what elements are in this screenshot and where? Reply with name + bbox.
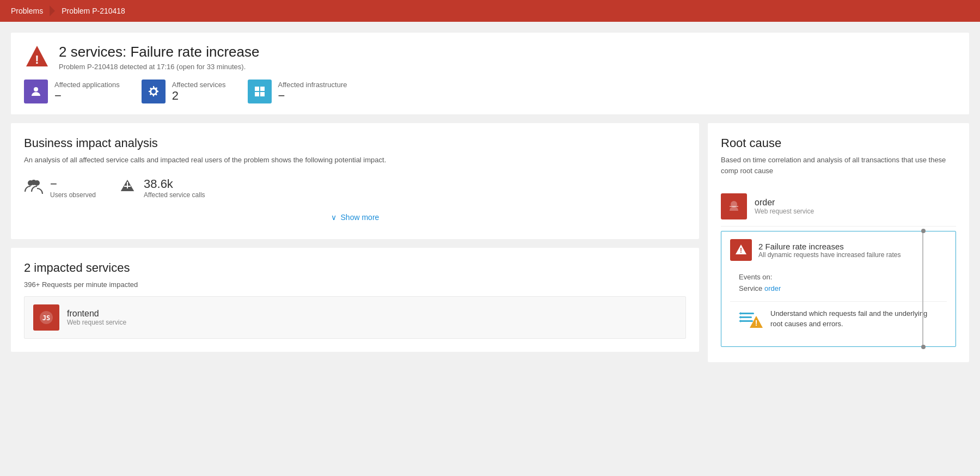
- svg-rect-5: [255, 92, 259, 96]
- order-icon-box: [721, 193, 747, 219]
- summary-subtitle: Problem P-210418 detected at 17:16 (open…: [59, 63, 259, 71]
- frontend-icon-box: JS: [33, 304, 59, 331]
- svg-marker-20: [739, 316, 741, 319]
- svg-rect-17: [740, 316, 752, 318]
- failure-rate-box: ! 2 Failure rate increases All dynamic r…: [721, 231, 956, 347]
- affected-services-value: 2: [172, 89, 226, 103]
- infrastructure-icon: [253, 85, 266, 98]
- svg-text:!: !: [755, 319, 758, 327]
- person-icon: [29, 85, 42, 98]
- service-order-link[interactable]: order: [764, 284, 781, 292]
- svg-point-2: [34, 87, 38, 91]
- summary-text: 2 services: Failure rate increase Proble…: [59, 44, 259, 71]
- failure-rate-header: ! 2 Failure rate increases All dynamic r…: [730, 239, 947, 261]
- svg-rect-6: [260, 92, 265, 96]
- understand-icon: !: [739, 308, 763, 332]
- business-impact-title: Business impact analysis: [24, 136, 686, 150]
- timeline-section: ! 2 Failure rate increases All dynamic r…: [721, 231, 956, 347]
- understand-section: ! Understand which requests fail and the…: [730, 301, 947, 339]
- root-cause-desc: Based on time correlation and analysis o…: [721, 155, 956, 176]
- affected-services-info: Affected services 2: [172, 81, 226, 103]
- frontend-service-info: frontend Web request service: [67, 309, 126, 326]
- business-impact-card: Business impact analysis An analysis of …: [11, 123, 699, 239]
- affected-infrastructure: Affected infrastructure −: [248, 80, 347, 103]
- affected-infra-label: Affected infrastructure: [278, 81, 347, 89]
- root-cause-card: Root cause Based on time correlation and…: [708, 123, 969, 362]
- users-observed-label: Users observed: [50, 191, 96, 199]
- chevron-down-icon: ∨: [331, 213, 336, 222]
- gear-icon: [147, 85, 160, 98]
- breadcrumb-separator: [50, 5, 55, 16]
- svg-text:!: !: [740, 247, 742, 254]
- svg-rect-3: [255, 87, 259, 91]
- order-service-info: order Web request service: [755, 198, 814, 215]
- timeline-line: [922, 231, 923, 347]
- affected-apps-value: −: [54, 89, 120, 103]
- users-icon: [24, 176, 44, 200]
- timeline-dot-bottom: [921, 345, 926, 349]
- impacted-services-title: 2 impacted services: [24, 261, 686, 275]
- breadcrumb-current: Problem P-210418: [62, 7, 125, 15]
- svg-text:JS: JS: [42, 314, 50, 322]
- affected-apps-icon-box: [24, 80, 48, 103]
- business-impact-desc: An analysis of all affected service call…: [24, 155, 686, 166]
- failure-rate-text: 2 Failure rate increases All dynamic req…: [758, 242, 901, 259]
- failure-rate-title: 2 Failure rate increases: [758, 242, 901, 251]
- two-col-layout: Business impact analysis An analysis of …: [11, 123, 969, 362]
- breadcrumb: Problems Problem P-210418: [0, 0, 980, 22]
- order-service-name: order: [755, 198, 814, 208]
- breadcrumb-parent[interactable]: Problems: [11, 7, 43, 15]
- events-section: Events on: Service order: [730, 265, 947, 301]
- affected-row: Affected applications − Affected service…: [24, 80, 956, 103]
- root-cause-column: Root cause Based on time correlation and…: [708, 123, 969, 362]
- failure-warning-icon: !: [734, 243, 748, 257]
- order-service-icon: [726, 199, 742, 214]
- affected-applications: Affected applications −: [24, 80, 120, 103]
- affected-infra-info: Affected infrastructure −: [278, 81, 347, 103]
- show-more-label: Show more: [341, 213, 379, 222]
- affected-calls-stat: 38.6k Affected service calls: [118, 176, 205, 200]
- order-service-item[interactable]: order Web request service: [721, 187, 956, 227]
- svg-marker-19: [739, 312, 741, 315]
- understand-text: Understand which requests fail and the u…: [770, 308, 938, 329]
- users-observed-value: −: [50, 177, 96, 191]
- events-on-label: Events on:: [739, 273, 772, 281]
- frontend-service-name: frontend: [67, 309, 126, 319]
- impacted-services-card: 2 impacted services 396+ Requests per mi…: [11, 248, 699, 352]
- warning-icon: !: [24, 44, 50, 70]
- summary-header: ! 2 services: Failure rate increase Prob…: [24, 44, 956, 71]
- svg-rect-16: [740, 313, 754, 314]
- order-service-type: Web request service: [755, 208, 814, 215]
- svg-rect-18: [740, 320, 753, 322]
- nodejs-icon: JS: [39, 310, 54, 325]
- affected-apps-info: Affected applications −: [54, 81, 120, 103]
- failure-rate-subtitle: All dynamic requests have increased fail…: [758, 251, 901, 259]
- impact-stats: − Users observed: [24, 176, 686, 200]
- main-content: ! 2 services: Failure rate increase Prob…: [0, 22, 980, 373]
- affected-calls-value: 38.6k: [144, 177, 205, 191]
- svg-marker-21: [739, 320, 741, 322]
- users-observed-stat: − Users observed: [24, 176, 96, 200]
- calls-icon: [118, 176, 137, 200]
- frontend-service-type: Web request service: [67, 319, 126, 326]
- frontend-service-item[interactable]: JS frontend Web request service: [24, 296, 686, 339]
- impacted-services-subtitle: 396+ Requests per minute impacted: [24, 279, 686, 290]
- users-svg-icon: [24, 176, 44, 196]
- left-column: Business impact analysis An analysis of …: [11, 123, 699, 362]
- summary-title: 2 services: Failure rate increase: [59, 44, 259, 60]
- svg-rect-4: [260, 87, 265, 91]
- show-more-button[interactable]: ∨ Show more: [24, 209, 686, 226]
- affected-apps-label: Affected applications: [54, 81, 120, 89]
- affected-infra-icon-box: [248, 80, 272, 103]
- calls-svg-icon: [118, 176, 137, 196]
- affected-calls-label: Affected service calls: [144, 191, 205, 199]
- affected-services: Affected services 2: [142, 80, 226, 103]
- affected-calls-info: 38.6k Affected service calls: [144, 177, 205, 199]
- root-cause-title: Root cause: [721, 136, 956, 150]
- failure-rate-icon-box: !: [730, 239, 752, 261]
- affected-services-label: Affected services: [172, 81, 226, 89]
- affected-infra-value: −: [278, 89, 347, 103]
- users-observed-info: − Users observed: [50, 177, 96, 199]
- svg-point-9: [31, 180, 36, 185]
- summary-card: ! 2 services: Failure rate increase Prob…: [11, 33, 969, 114]
